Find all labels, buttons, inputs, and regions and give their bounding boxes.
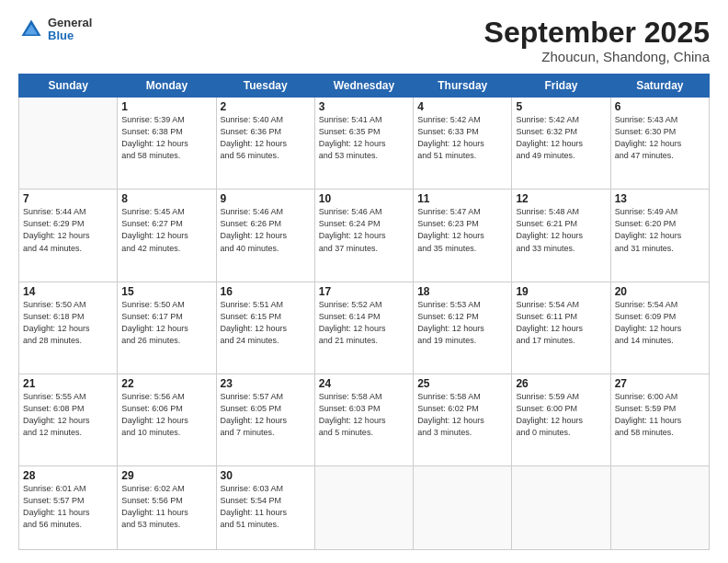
table-row: 24Sunrise: 5:58 AM Sunset: 6:03 PM Dayli… xyxy=(314,373,413,465)
day-info: Sunrise: 6:00 AM Sunset: 5:59 PM Dayligh… xyxy=(615,391,705,439)
month-title: September 2025 xyxy=(484,17,710,49)
day-number: 25 xyxy=(417,377,507,390)
day-info: Sunrise: 5:54 AM Sunset: 6:11 PM Dayligh… xyxy=(516,299,606,347)
table-row: 2Sunrise: 5:40 AM Sunset: 6:36 PM Daylig… xyxy=(216,98,314,190)
col-wednesday: Wednesday xyxy=(314,75,413,98)
day-number: 19 xyxy=(516,285,606,298)
day-info: Sunrise: 5:57 AM Sunset: 6:05 PM Dayligh… xyxy=(221,391,311,439)
table-row xyxy=(414,465,512,549)
day-number: 30 xyxy=(221,469,311,482)
day-info: Sunrise: 5:44 AM Sunset: 6:29 PM Dayligh… xyxy=(23,206,113,254)
table-row: 16Sunrise: 5:51 AM Sunset: 6:15 PM Dayli… xyxy=(216,282,314,373)
day-number: 13 xyxy=(615,192,705,205)
day-number: 28 xyxy=(23,469,113,482)
table-row: 4Sunrise: 5:42 AM Sunset: 6:33 PM Daylig… xyxy=(414,98,512,190)
day-info: Sunrise: 5:47 AM Sunset: 6:23 PM Dayligh… xyxy=(417,206,507,254)
table-row: 29Sunrise: 6:02 AM Sunset: 5:56 PM Dayli… xyxy=(118,465,216,549)
day-info: Sunrise: 5:42 AM Sunset: 6:33 PM Dayligh… xyxy=(417,114,507,162)
day-info: Sunrise: 5:54 AM Sunset: 6:09 PM Dayligh… xyxy=(615,299,705,347)
day-info: Sunrise: 5:55 AM Sunset: 6:08 PM Dayligh… xyxy=(23,391,113,439)
table-row: 14Sunrise: 5:50 AM Sunset: 6:18 PM Dayli… xyxy=(19,282,118,373)
day-number: 17 xyxy=(319,285,409,298)
table-row: 13Sunrise: 5:49 AM Sunset: 6:20 PM Dayli… xyxy=(610,190,709,282)
table-row: 27Sunrise: 6:00 AM Sunset: 5:59 PM Dayli… xyxy=(610,373,709,465)
day-number: 23 xyxy=(221,377,311,390)
day-number: 15 xyxy=(121,285,211,298)
col-saturday: Saturday xyxy=(610,75,709,98)
table-row: 1Sunrise: 5:39 AM Sunset: 6:38 PM Daylig… xyxy=(118,98,216,190)
calendar-week-row: 1Sunrise: 5:39 AM Sunset: 6:38 PM Daylig… xyxy=(19,98,710,190)
day-info: Sunrise: 5:58 AM Sunset: 6:03 PM Dayligh… xyxy=(319,391,409,439)
day-number: 2 xyxy=(221,100,311,113)
day-number: 26 xyxy=(516,377,606,390)
table-row: 3Sunrise: 5:41 AM Sunset: 6:35 PM Daylig… xyxy=(314,98,413,190)
location-subtitle: Zhoucun, Shandong, China xyxy=(484,49,710,64)
col-thursday: Thursday xyxy=(414,75,512,98)
day-number: 10 xyxy=(319,192,409,205)
table-row: 22Sunrise: 5:56 AM Sunset: 6:06 PM Dayli… xyxy=(118,373,216,465)
logo-text: General Blue xyxy=(48,17,92,43)
page: General Blue September 2025 Zhoucun, Sha… xyxy=(0,0,728,563)
table-row: 26Sunrise: 5:59 AM Sunset: 6:00 PM Dayli… xyxy=(512,373,610,465)
day-info: Sunrise: 5:40 AM Sunset: 6:36 PM Dayligh… xyxy=(221,114,311,162)
calendar-week-row: 14Sunrise: 5:50 AM Sunset: 6:18 PM Dayli… xyxy=(19,282,710,373)
day-info: Sunrise: 5:43 AM Sunset: 6:30 PM Dayligh… xyxy=(615,114,705,162)
calendar-table: Sunday Monday Tuesday Wednesday Thursday… xyxy=(18,74,710,550)
calendar-week-row: 21Sunrise: 5:55 AM Sunset: 6:08 PM Dayli… xyxy=(19,373,710,465)
table-row: 7Sunrise: 5:44 AM Sunset: 6:29 PM Daylig… xyxy=(19,190,118,282)
day-info: Sunrise: 5:51 AM Sunset: 6:15 PM Dayligh… xyxy=(221,299,311,347)
table-row xyxy=(314,465,413,549)
day-info: Sunrise: 5:53 AM Sunset: 6:12 PM Dayligh… xyxy=(417,299,507,347)
day-info: Sunrise: 5:48 AM Sunset: 6:21 PM Dayligh… xyxy=(516,206,606,254)
day-info: Sunrise: 5:50 AM Sunset: 6:18 PM Dayligh… xyxy=(23,299,113,347)
day-info: Sunrise: 5:46 AM Sunset: 6:26 PM Dayligh… xyxy=(221,206,311,254)
table-row: 10Sunrise: 5:46 AM Sunset: 6:24 PM Dayli… xyxy=(314,190,413,282)
day-number: 14 xyxy=(23,285,113,298)
col-sunday: Sunday xyxy=(19,75,118,98)
table-row: 9Sunrise: 5:46 AM Sunset: 6:26 PM Daylig… xyxy=(216,190,314,282)
day-info: Sunrise: 5:41 AM Sunset: 6:35 PM Dayligh… xyxy=(319,114,409,162)
day-number: 12 xyxy=(516,192,606,205)
day-number: 16 xyxy=(221,285,311,298)
table-row: 18Sunrise: 5:53 AM Sunset: 6:12 PM Dayli… xyxy=(414,282,512,373)
day-info: Sunrise: 5:45 AM Sunset: 6:27 PM Dayligh… xyxy=(121,206,211,254)
table-row: 28Sunrise: 6:01 AM Sunset: 5:57 PM Dayli… xyxy=(19,465,118,549)
day-number: 29 xyxy=(121,469,211,482)
logo-icon xyxy=(18,17,44,42)
day-info: Sunrise: 6:02 AM Sunset: 5:56 PM Dayligh… xyxy=(121,483,211,531)
table-row: 8Sunrise: 5:45 AM Sunset: 6:27 PM Daylig… xyxy=(118,190,216,282)
col-friday: Friday xyxy=(512,75,610,98)
day-info: Sunrise: 5:52 AM Sunset: 6:14 PM Dayligh… xyxy=(319,299,409,347)
day-number: 4 xyxy=(417,100,507,113)
day-number: 6 xyxy=(615,100,705,113)
table-row: 21Sunrise: 5:55 AM Sunset: 6:08 PM Dayli… xyxy=(19,373,118,465)
day-number: 27 xyxy=(615,377,705,390)
day-number: 11 xyxy=(417,192,507,205)
table-row: 5Sunrise: 5:42 AM Sunset: 6:32 PM Daylig… xyxy=(512,98,610,190)
day-number: 1 xyxy=(121,100,211,113)
day-number: 20 xyxy=(615,285,705,298)
table-row: 6Sunrise: 5:43 AM Sunset: 6:30 PM Daylig… xyxy=(610,98,709,190)
day-number: 7 xyxy=(23,192,113,205)
calendar-week-row: 7Sunrise: 5:44 AM Sunset: 6:29 PM Daylig… xyxy=(19,190,710,282)
table-row: 19Sunrise: 5:54 AM Sunset: 6:11 PM Dayli… xyxy=(512,282,610,373)
table-row xyxy=(610,465,709,549)
day-info: Sunrise: 5:42 AM Sunset: 6:32 PM Dayligh… xyxy=(516,114,606,162)
header: General Blue September 2025 Zhoucun, Sha… xyxy=(18,17,710,64)
col-monday: Monday xyxy=(118,75,216,98)
day-number: 3 xyxy=(319,100,409,113)
day-number: 24 xyxy=(319,377,409,390)
day-number: 8 xyxy=(121,192,211,205)
logo: General Blue xyxy=(18,17,92,43)
day-info: Sunrise: 6:01 AM Sunset: 5:57 PM Dayligh… xyxy=(23,483,113,531)
table-row: 11Sunrise: 5:47 AM Sunset: 6:23 PM Dayli… xyxy=(414,190,512,282)
table-row: 20Sunrise: 5:54 AM Sunset: 6:09 PM Dayli… xyxy=(610,282,709,373)
day-info: Sunrise: 5:39 AM Sunset: 6:38 PM Dayligh… xyxy=(121,114,211,162)
table-row xyxy=(512,465,610,549)
table-row: 30Sunrise: 6:03 AM Sunset: 5:54 PM Dayli… xyxy=(216,465,314,549)
calendar-header-row: Sunday Monday Tuesday Wednesday Thursday… xyxy=(19,75,710,98)
logo-general-text: General xyxy=(48,17,92,29)
calendar-week-row: 28Sunrise: 6:01 AM Sunset: 5:57 PM Dayli… xyxy=(19,465,710,549)
day-info: Sunrise: 6:03 AM Sunset: 5:54 PM Dayligh… xyxy=(221,483,311,531)
day-number: 5 xyxy=(516,100,606,113)
